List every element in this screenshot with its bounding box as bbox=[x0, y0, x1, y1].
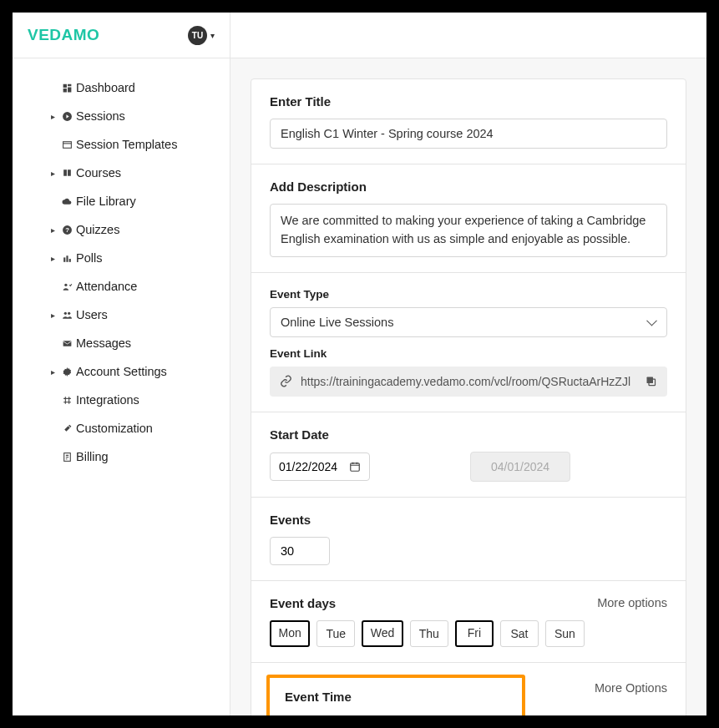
nav: DashboardSessionsSession TemplatesCourse… bbox=[13, 58, 230, 486]
cloud-icon bbox=[61, 195, 73, 207]
header-strip bbox=[230, 13, 706, 58]
title-input[interactable] bbox=[270, 119, 667, 149]
section-event-type: Event Type Online Live Sessions Event Li… bbox=[251, 273, 686, 412]
poll-icon bbox=[61, 252, 73, 264]
template-icon bbox=[61, 139, 73, 150]
sidebar-item-billing[interactable]: Billing bbox=[13, 442, 230, 471]
svg-rect-15 bbox=[647, 377, 654, 384]
more-options-time[interactable]: More Options bbox=[595, 681, 667, 695]
svg-rect-16 bbox=[351, 463, 360, 470]
sidebar-item-label: Polls bbox=[76, 251, 102, 265]
sidebar-item-label: Account Settings bbox=[76, 365, 167, 378]
day-tue[interactable]: Tue bbox=[316, 620, 355, 647]
sidebar-item-customization[interactable]: Customization bbox=[13, 414, 230, 442]
user-menu[interactable]: TU ▾ bbox=[188, 26, 215, 45]
sidebar-item-polls[interactable]: Polls bbox=[13, 244, 230, 272]
sidebar-item-dashboard[interactable]: Dashboard bbox=[13, 73, 230, 102]
sidebar-item-quizzes[interactable]: ?Quizzes bbox=[13, 215, 230, 244]
section-title: Enter Title bbox=[251, 79, 686, 164]
billing-icon bbox=[61, 451, 73, 463]
svg-text:?: ? bbox=[65, 226, 69, 234]
event-type-label: Event Type bbox=[270, 288, 667, 301]
chevron-down-icon: ▾ bbox=[210, 31, 215, 40]
events-input[interactable] bbox=[270, 537, 330, 565]
question-icon: ? bbox=[61, 224, 73, 235]
day-fri[interactable]: Fri bbox=[455, 620, 494, 647]
days-row: MonTueWedThuFriSatSun bbox=[270, 620, 667, 647]
link-icon bbox=[280, 375, 292, 387]
event-time-label: Event Time bbox=[285, 690, 507, 704]
event-form-card: Enter Title Add Description We are commi… bbox=[251, 78, 686, 715]
gear-icon bbox=[61, 366, 73, 377]
sidebar-item-courses[interactable]: Courses bbox=[13, 159, 230, 187]
event-link-value: https://trainingacademy.vedamo.com/vcl/r… bbox=[301, 375, 636, 388]
svg-rect-10 bbox=[63, 341, 71, 346]
section-description: Add Description We are committed to maki… bbox=[251, 164, 686, 273]
sidebar-item-attendance[interactable]: Attendance bbox=[13, 272, 230, 301]
mail-icon bbox=[61, 337, 73, 349]
day-sat[interactable]: Sat bbox=[500, 620, 539, 647]
svg-rect-6 bbox=[68, 259, 70, 262]
svg-point-8 bbox=[63, 311, 66, 314]
more-options-days[interactable]: More options bbox=[597, 596, 667, 609]
section-event-days: Event days More options MonTueWedThuFriS… bbox=[251, 581, 686, 663]
sidebar-item-label: Billing bbox=[76, 450, 109, 463]
sidebar-item-sessions[interactable]: Sessions bbox=[13, 102, 230, 130]
sidebar-item-label: Quizzes bbox=[76, 223, 119, 236]
brand-logo: VEDAMO bbox=[28, 26, 99, 44]
start-date-label: Start Date bbox=[270, 427, 667, 442]
description-input[interactable]: We are committed to making your experien… bbox=[270, 204, 667, 257]
end-date-value: 04/01/2024 bbox=[491, 460, 549, 473]
tools-icon bbox=[61, 422, 73, 434]
sidebar-item-account-settings[interactable]: Account Settings bbox=[13, 357, 230, 386]
section-event-time: Event Time 14:00 15:30 bbox=[251, 663, 686, 716]
book-icon bbox=[61, 167, 73, 179]
start-date-input[interactable]: 01/22/2024 bbox=[270, 452, 370, 481]
events-label: Events bbox=[270, 513, 667, 527]
sidebar-item-integrations[interactable]: Integrations bbox=[13, 386, 230, 414]
dashboard-icon bbox=[61, 82, 73, 94]
day-mon[interactable]: Mon bbox=[270, 620, 310, 647]
svg-rect-4 bbox=[63, 257, 65, 261]
sidebar-item-label: Session Templates bbox=[76, 138, 177, 151]
day-sun[interactable]: Sun bbox=[545, 620, 585, 647]
time-start-input[interactable]: 14:00 bbox=[285, 715, 392, 716]
sidebar-item-label: Users bbox=[76, 308, 108, 321]
sidebar-item-label: Dashboard bbox=[76, 81, 135, 94]
avatar: TU bbox=[188, 26, 207, 45]
svg-rect-12 bbox=[65, 398, 68, 402]
sidebar-item-label: Messages bbox=[76, 336, 131, 350]
event-days-label: Event days bbox=[270, 596, 336, 610]
section-events: Events bbox=[251, 498, 686, 581]
start-date-value: 01/22/2024 bbox=[279, 460, 337, 473]
sidebar-item-file-library[interactable]: File Library bbox=[13, 187, 230, 215]
time-end-input[interactable]: 15:30 bbox=[400, 715, 507, 716]
sidebar-item-label: Sessions bbox=[76, 109, 125, 123]
integrations-icon bbox=[61, 394, 73, 406]
svg-point-7 bbox=[64, 283, 67, 286]
users-icon bbox=[61, 309, 73, 321]
end-date-input: 04/01/2024 bbox=[470, 452, 570, 482]
day-thu[interactable]: Thu bbox=[410, 620, 448, 647]
event-link-label: Event Link bbox=[270, 347, 667, 360]
play-icon bbox=[61, 110, 73, 122]
sidebar-item-label: File Library bbox=[76, 195, 136, 208]
event-time-highlight: Event Time 14:00 15:30 bbox=[266, 675, 525, 716]
day-wed[interactable]: Wed bbox=[362, 620, 403, 647]
calendar-icon bbox=[349, 461, 361, 473]
description-label: Add Description bbox=[270, 179, 667, 194]
sidebar-item-session-templates[interactable]: Session Templates bbox=[13, 130, 230, 159]
attendance-icon bbox=[61, 281, 73, 292]
title-label: Enter Title bbox=[270, 94, 667, 109]
event-link-row: https://trainingacademy.vedamo.com/vcl/r… bbox=[270, 367, 667, 397]
main: Enter Title Add Description We are commi… bbox=[230, 13, 706, 715]
brand-row: VEDAMO TU ▾ bbox=[13, 13, 230, 58]
sidebar: VEDAMO TU ▾ DashboardSessionsSession Tem… bbox=[13, 13, 230, 715]
event-type-select[interactable]: Online Live Sessions bbox=[270, 307, 667, 337]
sidebar-item-users[interactable]: Users bbox=[13, 301, 230, 329]
sidebar-item-messages[interactable]: Messages bbox=[13, 329, 230, 357]
sidebar-item-label: Attendance bbox=[76, 280, 137, 293]
copy-icon[interactable] bbox=[645, 375, 657, 387]
sidebar-item-label: Customization bbox=[76, 422, 153, 435]
sidebar-item-label: Integrations bbox=[76, 393, 139, 407]
